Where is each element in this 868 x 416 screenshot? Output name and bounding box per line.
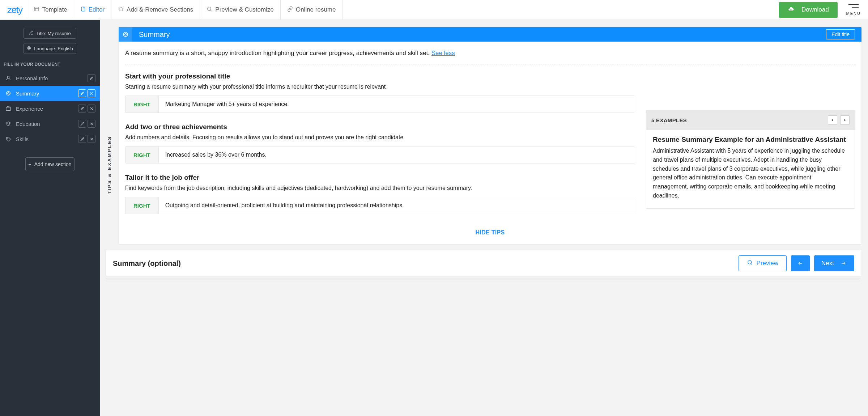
download-label: Download [801,6,829,13]
svg-point-20 [123,32,128,37]
menu-button[interactable]: MENU [846,4,861,16]
preview-label: Preview [757,260,778,267]
hamburger-icon [848,4,859,10]
summary-section-header: Summary (optional) Preview Next [106,250,861,276]
sidebar-heading: FILL IN YOUR DOCUMENT [0,56,100,71]
example-prev-button[interactable] [828,115,837,125]
tip-title: Tailor it to the job offer [125,174,635,182]
right-label: RIGHT [125,101,158,107]
sidebar-item-skills[interactable]: Skills [0,131,100,147]
sidebar-item-experience[interactable]: Experience [0,101,100,116]
example-title: Resume Summary Example for an Administra… [653,136,848,144]
pencil-icon [29,31,33,36]
brand-logo[interactable]: zety [7,4,22,16]
language-pill[interactable]: Language: English [24,43,76,54]
tip-desc: Add numbers and details. Focusing on res… [125,133,635,142]
arrow-right-icon [840,261,847,266]
cap-icon [4,121,12,127]
nav-editor[interactable]: Editor [74,0,111,20]
nav-preview[interactable]: Preview & Customize [200,0,281,20]
title-pill[interactable]: Title: My resume [24,28,76,39]
svg-rect-12 [6,107,10,111]
tip-title: Start with your professional title [125,72,635,80]
edit-icon[interactable] [78,89,86,97]
preview-button[interactable]: Preview [739,255,787,271]
edit-icon[interactable] [78,135,86,143]
svg-line-23 [751,264,752,265]
svg-point-7 [7,76,9,78]
svg-point-22 [748,260,751,264]
remove-icon[interactable] [88,89,95,97]
cloud-download-icon [788,6,798,14]
tag-icon [4,136,12,142]
target-ribbon-icon [119,27,132,42]
example-header: 5 EXAMPLES [646,110,855,130]
next-button[interactable]: Next [814,255,854,271]
intro-text: A resume summary is a short, snappy intr… [125,50,855,57]
editor-area-clipped [106,279,861,281]
sidebar-item-education[interactable]: Education [0,116,100,131]
duplicate-icon [118,6,124,14]
sidebar-item-label: Experience [16,106,43,112]
tip-example-box: RIGHT Marketing Manager with 5+ years of… [125,95,635,113]
tip-desc: Starting a resume summary with your prof… [125,82,635,91]
svg-rect-0 [34,7,39,11]
remove-icon[interactable] [88,105,95,113]
tip-example-box: RIGHT Increased sales by 36% over 6 mont… [125,146,635,164]
example-body: Administrative Assistant with 5 years of… [653,147,848,200]
nav-template-label: Template [42,6,67,13]
right-label: RIGHT [125,203,158,209]
remove-icon[interactable] [88,135,95,143]
top-nav: zety Template Editor Add & Remove Sectio… [0,0,868,20]
magnify-icon [747,259,753,267]
sidebar-item-label: Skills [16,136,29,142]
nav-addremove-label: Add & Remove Sections [127,6,193,13]
edit-icon[interactable] [78,120,86,128]
example-card: 5 EXAMPLES [646,110,855,209]
sidebar: Title: My resume Language: English FILL … [0,20,100,416]
magnify-icon [207,6,212,14]
tip-3: Tailor it to the job offer Find keywords… [125,174,635,214]
edit-icon[interactable] [88,74,95,82]
nav-online-label: Online resume [296,6,336,13]
tips-card: Summary Edit title A resume summary is a… [119,27,861,244]
edit-title-button[interactable]: Edit title [826,29,855,39]
example-count: 5 EXAMPLES [651,117,687,123]
see-less-link[interactable]: See less [431,50,455,56]
title-pill-label: Title: My resume [36,31,71,36]
language-pill-label: Language: English [34,46,73,51]
download-button[interactable]: Download [779,2,838,18]
tip-desc: Find keywords from the job description, … [125,184,635,192]
back-button[interactable] [791,255,810,271]
sidebar-item-label: Personal Info [16,75,48,81]
tip-title: Add two or three achievements [125,123,635,131]
svg-point-4 [208,7,211,10]
sidebar-item-summary[interactable]: Summary [0,86,100,101]
tip-1: Start with your professional title Start… [125,72,635,113]
nav-preview-label: Preview & Customize [215,6,274,13]
target-icon [4,90,12,96]
add-section-button[interactable]: + Add new section [25,157,75,171]
svg-point-9 [8,93,9,94]
section-title: Summary [139,30,170,39]
sidebar-item-personal[interactable]: Personal Info [0,71,100,86]
nav-addremove[interactable]: Add & Remove Sections [111,0,200,20]
tip-2: Add two or three achievements Add number… [125,123,635,164]
intro-text-span: A resume summary is a short, snappy intr… [125,50,431,56]
arrow-left-icon [797,261,804,266]
nav-online[interactable]: Online resume [281,0,343,20]
summary-optional-title: Summary (optional) [113,259,181,268]
briefcase-icon [4,106,12,111]
menu-label: MENU [846,11,861,16]
svg-rect-3 [120,8,123,11]
edit-icon[interactable] [78,105,86,113]
hide-tips-button[interactable]: HIDE TIPS [119,224,861,244]
remove-icon[interactable] [88,120,95,128]
main-area: TIPS & EXAMPLES Summary Edit title A res… [100,20,868,416]
add-section-label: Add new section [34,161,72,167]
svg-point-8 [7,92,10,95]
right-text: Increased sales by 36% over 6 months. [158,147,635,163]
example-next-button[interactable] [840,115,850,125]
nav-template[interactable]: Template [27,0,74,20]
tips-examples-tab[interactable]: TIPS & EXAMPLES [107,136,120,194]
